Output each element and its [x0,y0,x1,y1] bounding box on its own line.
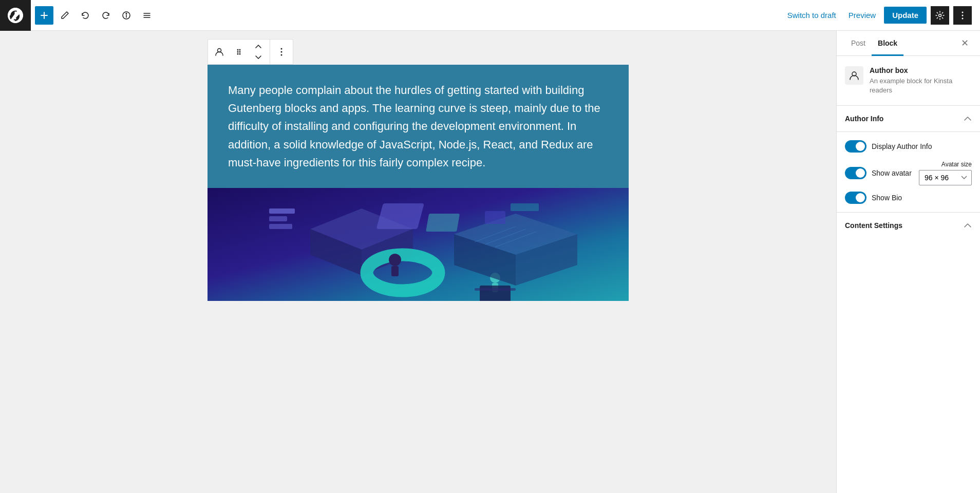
svg-rect-26 [426,214,460,232]
toolbar-left [31,0,775,30]
svg-point-16 [237,53,239,55]
more-options-button[interactable] [953,6,972,25]
svg-point-14 [237,51,239,53]
svg-rect-41 [475,288,516,291]
content-settings-chevron-icon [964,221,972,230]
block-type-button[interactable] [210,43,229,61]
settings-button[interactable] [931,6,949,25]
svg-rect-38 [485,211,505,224]
show-avatar-row: Show avatar Avatar size 96 × 96 48 × 48 … [845,161,972,185]
block-toolbar [208,39,293,65]
svg-point-10 [962,17,964,19]
preview-button[interactable]: Preview [844,8,880,23]
avatar-left: Show avatar [845,167,919,179]
author-info-content: Display Author Info Show avatar Avatar s… [837,132,980,213]
svg-rect-32 [269,208,295,214]
block-options-button[interactable] [272,43,291,61]
wp-logo[interactable] [0,0,31,31]
svg-rect-40 [480,286,511,301]
svg-point-3 [126,13,127,14]
tab-post[interactable]: Post [845,31,872,56]
add-block-button[interactable] [35,6,53,25]
show-bio-row: Show Bio [845,192,972,204]
author-info-label: Author Info [845,115,883,123]
move-controls [249,42,268,62]
svg-point-17 [239,53,241,55]
display-author-info-row: Display Author Info [845,140,972,153]
list-view-button[interactable] [138,6,156,25]
avatar-size-area: Avatar size 96 × 96 48 × 48 128 × 128 [919,161,972,185]
show-avatar-label: Show avatar [872,169,912,177]
image-placeholder [208,188,629,301]
svg-point-28 [389,254,401,266]
svg-rect-25 [376,203,424,229]
author-block[interactable]: Many people complain about the hurdles o… [208,65,629,188]
content-settings-label: Content Settings [845,221,902,230]
show-bio-toggle[interactable] [845,192,866,204]
svg-point-7 [939,14,941,16]
author-block-text: Many people complain about the hurdles o… [228,81,608,172]
show-avatar-toggle[interactable] [845,167,866,179]
svg-point-12 [237,49,239,51]
display-author-info-label: Display Author Info [872,142,932,150]
svg-rect-39 [511,203,539,211]
sidebar: Post Block ✕ Author box An example block… [836,31,980,493]
editor-content: Many people complain about the hurdles o… [208,39,629,301]
svg-rect-34 [269,224,292,229]
svg-rect-33 [269,216,287,221]
block-type-group [208,40,270,64]
block-description: An example block for Kinsta readers [870,77,972,95]
block-info-text: Author box An example block for Kinsta r… [870,66,972,95]
content-settings-section-header[interactable]: Content Settings [837,213,980,238]
sidebar-close-button[interactable]: ✕ [957,36,972,50]
tab-block[interactable]: Block [872,31,903,56]
display-author-info-toggle[interactable] [845,140,866,153]
avatar-size-select[interactable]: 96 × 96 48 × 48 128 × 128 [919,170,972,185]
block-info: Author box An example block for Kinsta r… [837,56,980,106]
author-info-chevron-icon [964,114,972,123]
toolbar-right: Switch to draft Preview Update [775,0,980,30]
redo-button[interactable] [97,6,115,25]
update-button[interactable]: Update [884,7,927,24]
author-info-section-header[interactable]: Author Info [837,106,980,132]
editor-area[interactable]: Many people complain about the hurdles o… [0,31,836,493]
svg-point-19 [281,51,282,53]
undo-button[interactable] [76,6,95,25]
svg-point-9 [962,14,964,16]
svg-point-15 [239,51,241,53]
move-down-button[interactable] [249,52,268,62]
sidebar-tabs: Post Block ✕ [837,31,980,56]
move-up-button[interactable] [249,42,268,52]
show-bio-label: Show Bio [872,194,902,202]
svg-point-20 [281,54,282,56]
block-title: Author box [870,66,972,74]
block-options-group [270,41,293,63]
edit-tool-button[interactable] [55,6,74,25]
main-toolbar: Switch to draft Preview Update [0,0,980,31]
svg-point-8 [962,11,964,13]
main-layout: Many people complain about the hurdles o… [0,31,980,493]
switch-to-draft-button[interactable]: Switch to draft [783,8,840,23]
svg-point-13 [239,49,241,51]
info-button[interactable] [117,6,136,25]
svg-rect-29 [391,266,399,276]
block-icon [845,66,863,85]
drag-handle-button[interactable] [230,43,248,61]
svg-point-18 [281,48,282,50]
avatar-size-label: Avatar size [941,161,972,168]
image-block [208,188,629,301]
